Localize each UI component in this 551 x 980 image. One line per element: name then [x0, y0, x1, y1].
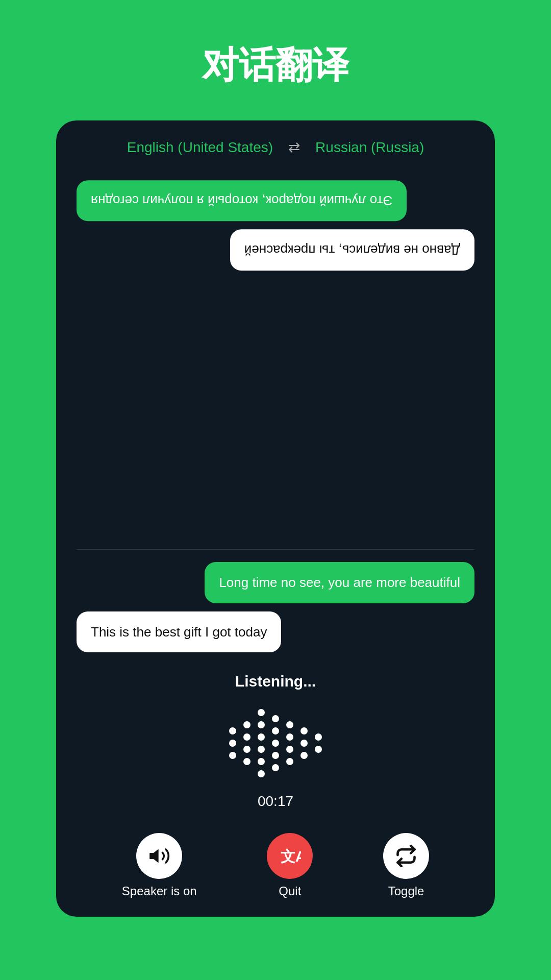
waveform-dot — [272, 727, 279, 734]
quit-button[interactable]: 文A — [267, 833, 313, 879]
listening-status: Listening... — [235, 673, 316, 690]
waveform-dot — [258, 733, 265, 741]
waveform-dot — [286, 733, 293, 741]
message-bubble: Это лучший подарок, который я получил се… — [77, 180, 407, 221]
waveform-col-5 — [286, 721, 293, 765]
speaker-control: Speaker is on — [122, 833, 197, 898]
language-header: English (United States) ⇄ Russian (Russi… — [56, 120, 495, 170]
waveform-dot — [272, 752, 279, 759]
waveform-dot — [300, 752, 308, 759]
waveform-dot — [258, 770, 265, 777]
waveform-dot — [243, 733, 251, 741]
toggle-label: Toggle — [388, 884, 424, 898]
waveform-dot — [258, 721, 265, 728]
message-bubble-english-2: This is the best gift I got today — [77, 611, 281, 652]
language-right[interactable]: Russian (Russia) — [315, 139, 424, 156]
toggle-button[interactable] — [383, 833, 429, 879]
swap-icon[interactable]: ⇄ — [288, 139, 300, 156]
messages-top-area: Давно не виделись, ты прекрасней Это луч… — [56, 170, 495, 549]
translator-card: English (United States) ⇄ Russian (Russi… — [56, 120, 495, 917]
speaker-button[interactable] — [136, 833, 182, 879]
waveform-dot — [315, 746, 322, 753]
message-bubble: Давно не виделись, ты прекрасней — [230, 229, 474, 270]
toggle-icon — [395, 845, 417, 867]
messages-bottom-area: Long time no see, you are more beautiful… — [56, 550, 495, 663]
waveform-dot — [258, 758, 265, 765]
waveform-col-3 — [258, 709, 265, 777]
waveform-dot — [286, 758, 293, 765]
waveform-dot — [229, 740, 236, 747]
waveform-dot — [300, 727, 308, 734]
waveform-dot — [229, 727, 236, 734]
waveform-dot — [286, 721, 293, 728]
waveform-col-2 — [243, 721, 251, 765]
timer-display: 00:17 — [258, 793, 293, 810]
waveform — [229, 702, 322, 784]
waveform-dot — [258, 746, 265, 753]
waveform-dot — [286, 746, 293, 753]
waveform-col-4 — [272, 715, 279, 771]
waveform-dot — [229, 752, 236, 759]
waveform-dot — [272, 740, 279, 747]
waveform-dot — [272, 715, 279, 722]
speaker-icon — [148, 845, 170, 867]
waveform-dot — [300, 740, 308, 747]
waveform-col-6 — [300, 727, 308, 759]
waveform-dot — [315, 733, 322, 741]
listening-area: Listening... — [56, 663, 495, 825]
app-title: 对话翻译 — [202, 41, 349, 90]
quit-label: Quit — [279, 884, 301, 898]
waveform-col-1 — [229, 727, 236, 759]
translate-icon: 文A — [279, 845, 301, 867]
waveform-dot — [258, 709, 265, 716]
toggle-control: Toggle — [383, 833, 429, 898]
bottom-controls: Speaker is on 文A Quit Toggle — [56, 825, 495, 917]
speaker-label: Speaker is on — [122, 884, 197, 898]
quit-control: 文A Quit — [267, 833, 313, 898]
waveform-dot — [243, 758, 251, 765]
message-bubble-english-1: Long time no see, you are more beautiful — [205, 562, 474, 603]
svg-text:文A: 文A — [281, 848, 301, 865]
waveform-col-7 — [315, 733, 322, 753]
waveform-dot — [243, 746, 251, 753]
language-left[interactable]: English (United States) — [127, 139, 273, 156]
waveform-dot — [243, 721, 251, 728]
waveform-dot — [272, 764, 279, 771]
